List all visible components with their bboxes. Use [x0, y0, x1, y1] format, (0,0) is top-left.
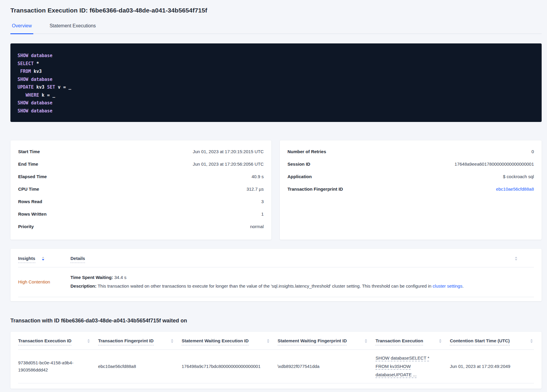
cell-transaction-execution: SHOW databaseSELECT * FROM kv3SHOW datab…: [375, 354, 450, 379]
transaction-execution-id-label[interactable]: Transaction Execution ID: [18, 338, 71, 345]
insights-table-card: Insights Details High Contention Time Sp…: [10, 249, 542, 301]
sort-icon[interactable]: [267, 339, 269, 343]
rows-written-row: Rows Written 1: [18, 212, 264, 217]
elapsed-time-value: 40.9 s: [252, 174, 264, 179]
cell-statement-waiting-fingerprint-id: \xdb8922f077541dda: [278, 363, 376, 370]
waited-on-table-card: Transaction Execution ID Transaction Fin…: [10, 332, 542, 389]
cpu-time-value: 312.7 µs: [246, 187, 264, 192]
sort-icon[interactable]: [42, 257, 44, 261]
transaction-fingerprint-link[interactable]: ebc10ae56cfd88a8: [496, 187, 534, 192]
sql-line: UPDATE kv3 SET v = _: [18, 83, 535, 91]
end-time-row: End Time Jun 01, 2023 at 17:20:56:2056 U…: [18, 162, 264, 167]
col-header-statement-waiting-execution-id: Statement Waiting Execution ID: [182, 338, 278, 345]
sql-line: SELECT *: [18, 60, 535, 68]
sql-line: SHOW database: [18, 52, 535, 60]
transaction-execution-label[interactable]: Transaction Execution: [375, 338, 423, 345]
cpu-time-label: CPU Time: [18, 187, 39, 192]
sql-line: FROM kv3: [18, 68, 535, 76]
description-suffix: .: [462, 283, 463, 288]
col-header-statement-waiting-fingerprint-id: Statement Waiting Fingerprint ID: [278, 338, 376, 345]
cell-transaction-execution-id: 9738d051-bc0e-4158-a9b4-1903586ddd42: [18, 359, 98, 374]
insight-type-label: High Contention: [18, 279, 70, 284]
tab-overview[interactable]: Overview: [10, 23, 33, 34]
tab-statement-executions[interactable]: Statement Executions: [48, 23, 98, 34]
session-id-label: Session ID: [287, 162, 310, 167]
col-header-transaction-execution-id: Transaction Execution ID: [18, 338, 98, 345]
retries-label: Number of Retries: [287, 149, 326, 154]
session-id-value: 17648a9eea6017800000000000000001: [455, 162, 534, 167]
cluster-settings-link[interactable]: cluster settings: [433, 283, 462, 288]
description-label: Description:: [70, 283, 97, 288]
sort-icon[interactable]: [439, 339, 441, 343]
transaction-execution-statements-link[interactable]: SHOW databaseSELECT * FROM kv3SHOW datab…: [375, 354, 436, 379]
session-summary-card: Number of Retries 0 Session ID 17648a9ee…: [280, 140, 542, 240]
time-spent-waiting-label: Time Spent Waiting:: [70, 275, 113, 280]
cell-statement-waiting-execution-id: 176498a9c717bdc80000000000000001: [182, 363, 278, 370]
description-text: This transaction waited on other transac…: [97, 283, 433, 288]
col-header-transaction-fingerprint-id: Transaction Fingerprint ID: [98, 338, 182, 345]
elapsed-time-row: Elapsed Time 40.9 s: [18, 174, 264, 179]
statement-waiting-execution-id-label[interactable]: Statement Waiting Execution ID: [182, 338, 249, 345]
application-label: Application: [287, 174, 312, 179]
start-time-row: Start Time Jun 01, 2023 at 17:20:15:2015…: [18, 149, 264, 154]
insight-row: High Contention Time Spent Waiting: 34.4…: [18, 267, 534, 297]
contention-start-time-label[interactable]: Contention Start Time (UTC): [450, 338, 510, 345]
sort-icon[interactable]: [515, 257, 517, 261]
start-time-value: Jun 01, 2023 at 17:20:15:2015 UTC: [193, 149, 264, 154]
sql-line: SHOW database: [18, 76, 535, 84]
waiting-transaction-fingerprint-id: ebc10ae56cfd88a8: [98, 363, 136, 370]
priority-label: Priority: [18, 224, 34, 229]
time-spent-waiting-value: 34.4 s: [113, 275, 126, 280]
sort-icon[interactable]: [171, 339, 173, 343]
waited-on-table-header: Transaction Execution ID Transaction Fin…: [18, 332, 534, 350]
statement-waiting-fingerprint-id-label[interactable]: Statement Waiting Fingerprint ID: [278, 338, 347, 345]
contention-start-time-value: Jun 01, 2023 at 17:20:49:2049: [450, 363, 510, 370]
col-header-transaction-execution: Transaction Execution: [375, 338, 450, 345]
page-title: Transaction Execution ID: f6be6366-da03-…: [10, 7, 542, 14]
time-spent-waiting-line: Time Spent Waiting: 34.4 s: [70, 275, 534, 280]
cell-transaction-fingerprint-id: ebc10ae56cfd88a8: [98, 363, 182, 370]
priority-value: normal: [250, 224, 264, 229]
sql-statements-box: SHOW databaseSELECT * FROM kv3SHOW datab…: [10, 43, 542, 122]
cell-contention-start-time: Jun 01, 2023 at 17:20:49:2049: [450, 363, 534, 370]
insights-table-header: Insights Details: [18, 249, 534, 267]
statement-waiting-fingerprint-id: \xdb8922f077541dda: [278, 363, 320, 370]
statement-waiting-execution-id: 176498a9c717bdc80000000000000001: [182, 363, 260, 370]
sql-line: WHERE k = _: [18, 91, 535, 99]
execution-summary-card: Start Time Jun 01, 2023 at 17:20:15:2015…: [10, 140, 271, 240]
table-row: 9738d051-bc0e-4158-a9b4-1903586ddd42 ebc…: [18, 350, 534, 383]
sql-line: SHOW database: [18, 99, 535, 107]
end-time-value: Jun 01, 2023 at 17:20:56:2056 UTC: [193, 162, 264, 167]
transaction-fingerprint-row: Transaction Fingerprint ID ebc10ae56cfd8…: [287, 187, 534, 192]
sql-line: SHOW database: [18, 107, 535, 115]
retries-row: Number of Retries 0: [287, 149, 534, 154]
summary-cards: Start Time Jun 01, 2023 at 17:20:15:2015…: [10, 140, 542, 240]
rows-written-value: 1: [261, 212, 264, 217]
rows-read-value: 3: [261, 199, 264, 204]
details-column-label[interactable]: Details: [70, 256, 85, 263]
priority-row: Priority normal: [18, 224, 264, 229]
sort-icon[interactable]: [530, 339, 533, 343]
insights-column-label[interactable]: Insights: [18, 256, 35, 263]
sort-icon[interactable]: [87, 339, 90, 343]
rows-read-label: Rows Read: [18, 199, 42, 204]
description-line: Description: This transaction waited on …: [70, 283, 534, 289]
rows-read-row: Rows Read 3: [18, 199, 264, 204]
start-time-label: Start Time: [18, 149, 40, 154]
transaction-details-page: Transaction Execution ID: f6be6366-da03-…: [0, 7, 547, 389]
application-value: $ cockroach sql: [503, 174, 534, 179]
sort-icon[interactable]: [365, 339, 367, 343]
application-row: Application $ cockroach sql: [287, 174, 534, 179]
waited-on-section-title: Transaction with ID f6be6366-da03-48de-a…: [10, 317, 542, 324]
elapsed-time-label: Elapsed Time: [18, 174, 47, 179]
cpu-time-row: CPU Time 312.7 µs: [18, 187, 264, 192]
insights-column-header: Insights: [18, 256, 70, 263]
rows-written-label: Rows Written: [18, 212, 47, 217]
end-time-label: End Time: [18, 162, 38, 167]
tab-bar: Overview Statement Executions: [10, 23, 542, 34]
session-id-row: Session ID 17648a9eea6017800000000000000…: [287, 162, 534, 167]
col-header-contention-start-time: Contention Start Time (UTC): [450, 338, 534, 345]
details-column-header: Details: [70, 256, 85, 261]
transaction-fingerprint-id-label[interactable]: Transaction Fingerprint ID: [98, 338, 154, 345]
insight-details: Time Spent Waiting: 34.4 s Description: …: [70, 275, 534, 289]
